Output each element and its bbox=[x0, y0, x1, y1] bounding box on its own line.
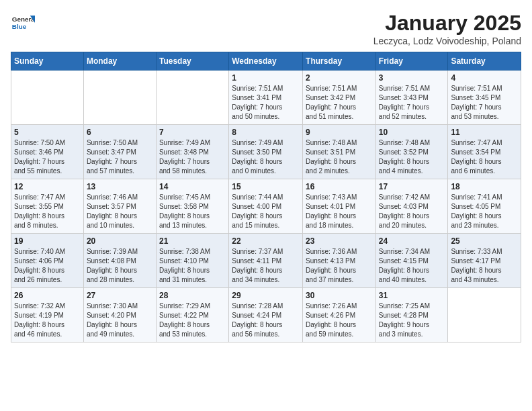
week-row-1: 1Sunrise: 7:51 AMSunset: 3:41 PMDaylight… bbox=[11, 71, 521, 125]
day-number: 30 bbox=[306, 291, 373, 300]
week-row-3: 12Sunrise: 7:47 AMSunset: 3:55 PMDayligh… bbox=[11, 179, 521, 234]
week-row-5: 26Sunrise: 7:32 AMSunset: 4:19 PMDayligh… bbox=[11, 288, 521, 342]
day-number: 7 bbox=[159, 128, 226, 137]
day-cell bbox=[11, 71, 84, 125]
day-cell: 18Sunrise: 7:41 AMSunset: 4:05 PMDayligh… bbox=[448, 179, 521, 234]
day-number: 16 bbox=[306, 182, 373, 191]
day-cell: 5Sunrise: 7:50 AMSunset: 3:46 PMDaylight… bbox=[11, 125, 84, 179]
day-info: Sunrise: 7:40 AMSunset: 4:06 PMDaylight:… bbox=[14, 247, 81, 285]
calendar-table: SundayMondayTuesdayWednesdayThursdayFrid… bbox=[11, 52, 521, 342]
day-number: 24 bbox=[379, 236, 445, 246]
day-number: 9 bbox=[306, 128, 373, 137]
day-info: Sunrise: 7:41 AMSunset: 4:05 PMDaylight:… bbox=[451, 193, 518, 230]
day-cell: 2Sunrise: 7:51 AMSunset: 3:42 PMDaylight… bbox=[303, 71, 376, 125]
week-row-2: 5Sunrise: 7:50 AMSunset: 3:46 PMDaylight… bbox=[11, 125, 521, 179]
day-number: 1 bbox=[232, 73, 300, 83]
day-number: 31 bbox=[379, 291, 445, 300]
day-info: Sunrise: 7:48 AMSunset: 3:52 PMDaylight:… bbox=[379, 138, 445, 176]
calendar-title: January 2025 bbox=[373, 11, 521, 36]
week-row-4: 19Sunrise: 7:40 AMSunset: 4:06 PMDayligh… bbox=[11, 234, 521, 288]
day-cell bbox=[156, 71, 228, 125]
day-cell: 15Sunrise: 7:44 AMSunset: 4:00 PMDayligh… bbox=[229, 179, 303, 234]
day-number: 23 bbox=[306, 236, 373, 246]
day-cell: 23Sunrise: 7:36 AMSunset: 4:13 PMDayligh… bbox=[303, 234, 376, 288]
svg-text:Blue: Blue bbox=[12, 23, 27, 30]
day-number: 14 bbox=[159, 182, 226, 191]
day-cell: 8Sunrise: 7:49 AMSunset: 3:50 PMDaylight… bbox=[229, 125, 303, 179]
day-info: Sunrise: 7:49 AMSunset: 3:48 PMDaylight:… bbox=[159, 138, 226, 176]
weekday-header-monday: Monday bbox=[83, 52, 156, 71]
weekday-header-sunday: Sunday bbox=[11, 52, 84, 71]
day-cell: 22Sunrise: 7:37 AMSunset: 4:11 PMDayligh… bbox=[229, 234, 303, 288]
day-info: Sunrise: 7:51 AMSunset: 3:41 PMDaylight:… bbox=[232, 84, 300, 122]
day-info: Sunrise: 7:51 AMSunset: 3:45 PMDaylight:… bbox=[451, 84, 518, 122]
weekday-header-row: SundayMondayTuesdayWednesdayThursdayFrid… bbox=[11, 52, 521, 71]
day-cell: 3Sunrise: 7:51 AMSunset: 3:43 PMDaylight… bbox=[375, 71, 448, 125]
day-info: Sunrise: 7:37 AMSunset: 4:11 PMDaylight:… bbox=[232, 247, 300, 285]
day-number: 4 bbox=[451, 73, 518, 83]
day-info: Sunrise: 7:45 AMSunset: 3:58 PMDaylight:… bbox=[159, 193, 226, 230]
day-number: 21 bbox=[159, 236, 226, 246]
day-cell: 31Sunrise: 7:25 AMSunset: 4:28 PMDayligh… bbox=[375, 288, 448, 342]
day-number: 17 bbox=[379, 182, 445, 191]
weekday-header-tuesday: Tuesday bbox=[156, 52, 228, 71]
day-number: 11 bbox=[451, 128, 518, 137]
day-info: Sunrise: 7:33 AMSunset: 4:17 PMDaylight:… bbox=[451, 247, 518, 285]
weekday-header-friday: Friday bbox=[375, 52, 448, 71]
day-number: 25 bbox=[451, 236, 518, 246]
day-info: Sunrise: 7:50 AMSunset: 3:46 PMDaylight:… bbox=[14, 138, 81, 176]
day-info: Sunrise: 7:25 AMSunset: 4:28 PMDaylight:… bbox=[379, 302, 445, 339]
page-header: General Blue January 2025 Leczyca, Lodz … bbox=[11, 11, 521, 46]
title-section: January 2025 Leczyca, Lodz Voivodeship, … bbox=[373, 11, 521, 46]
day-info: Sunrise: 7:47 AMSunset: 3:54 PMDaylight:… bbox=[451, 138, 518, 176]
day-cell: 9Sunrise: 7:48 AMSunset: 3:51 PMDaylight… bbox=[303, 125, 376, 179]
day-number: 3 bbox=[379, 73, 445, 83]
weekday-header-wednesday: Wednesday bbox=[229, 52, 303, 71]
day-number: 19 bbox=[14, 236, 81, 246]
day-info: Sunrise: 7:39 AMSunset: 4:08 PMDaylight:… bbox=[87, 247, 153, 285]
day-info: Sunrise: 7:44 AMSunset: 4:00 PMDaylight:… bbox=[232, 193, 300, 230]
logo-icon: General Blue bbox=[11, 11, 35, 35]
calendar-subtitle: Leczyca, Lodz Voivodeship, Poland bbox=[373, 36, 521, 46]
day-info: Sunrise: 7:48 AMSunset: 3:51 PMDaylight:… bbox=[306, 138, 373, 176]
day-cell: 13Sunrise: 7:46 AMSunset: 3:57 PMDayligh… bbox=[83, 179, 156, 234]
day-cell bbox=[83, 71, 156, 125]
day-cell: 27Sunrise: 7:30 AMSunset: 4:20 PMDayligh… bbox=[83, 288, 156, 342]
day-info: Sunrise: 7:28 AMSunset: 4:24 PMDaylight:… bbox=[232, 302, 300, 339]
day-cell: 1Sunrise: 7:51 AMSunset: 3:41 PMDaylight… bbox=[229, 71, 303, 125]
day-info: Sunrise: 7:51 AMSunset: 3:42 PMDaylight:… bbox=[306, 84, 373, 122]
day-info: Sunrise: 7:50 AMSunset: 3:47 PMDaylight:… bbox=[87, 138, 153, 176]
day-info: Sunrise: 7:30 AMSunset: 4:20 PMDaylight:… bbox=[87, 302, 153, 339]
weekday-header-thursday: Thursday bbox=[303, 52, 376, 71]
day-number: 2 bbox=[306, 73, 373, 83]
day-cell: 4Sunrise: 7:51 AMSunset: 3:45 PMDaylight… bbox=[448, 71, 521, 125]
day-number: 29 bbox=[232, 291, 300, 300]
day-cell bbox=[448, 288, 521, 342]
day-info: Sunrise: 7:32 AMSunset: 4:19 PMDaylight:… bbox=[14, 302, 81, 339]
day-number: 18 bbox=[451, 182, 518, 191]
day-cell: 26Sunrise: 7:32 AMSunset: 4:19 PMDayligh… bbox=[11, 288, 84, 342]
day-number: 26 bbox=[14, 291, 81, 300]
day-number: 5 bbox=[14, 128, 81, 137]
day-number: 22 bbox=[232, 236, 300, 246]
day-number: 27 bbox=[87, 291, 153, 300]
day-number: 12 bbox=[14, 182, 81, 191]
day-info: Sunrise: 7:51 AMSunset: 3:43 PMDaylight:… bbox=[379, 84, 445, 122]
day-cell: 14Sunrise: 7:45 AMSunset: 3:58 PMDayligh… bbox=[156, 179, 228, 234]
day-cell: 6Sunrise: 7:50 AMSunset: 3:47 PMDaylight… bbox=[83, 125, 156, 179]
day-number: 13 bbox=[87, 182, 153, 191]
day-number: 10 bbox=[379, 128, 445, 137]
day-cell: 19Sunrise: 7:40 AMSunset: 4:06 PMDayligh… bbox=[11, 234, 84, 288]
day-number: 8 bbox=[232, 128, 300, 137]
day-info: Sunrise: 7:49 AMSunset: 3:50 PMDaylight:… bbox=[232, 138, 300, 176]
day-cell: 12Sunrise: 7:47 AMSunset: 3:55 PMDayligh… bbox=[11, 179, 84, 234]
day-cell: 29Sunrise: 7:28 AMSunset: 4:24 PMDayligh… bbox=[229, 288, 303, 342]
day-cell: 20Sunrise: 7:39 AMSunset: 4:08 PMDayligh… bbox=[83, 234, 156, 288]
day-cell: 16Sunrise: 7:43 AMSunset: 4:01 PMDayligh… bbox=[303, 179, 376, 234]
day-number: 6 bbox=[87, 128, 153, 137]
day-number: 15 bbox=[232, 182, 300, 191]
day-cell: 30Sunrise: 7:26 AMSunset: 4:26 PMDayligh… bbox=[303, 288, 376, 342]
day-info: Sunrise: 7:36 AMSunset: 4:13 PMDaylight:… bbox=[306, 247, 373, 285]
day-cell: 11Sunrise: 7:47 AMSunset: 3:54 PMDayligh… bbox=[448, 125, 521, 179]
logo: General Blue bbox=[11, 11, 35, 35]
